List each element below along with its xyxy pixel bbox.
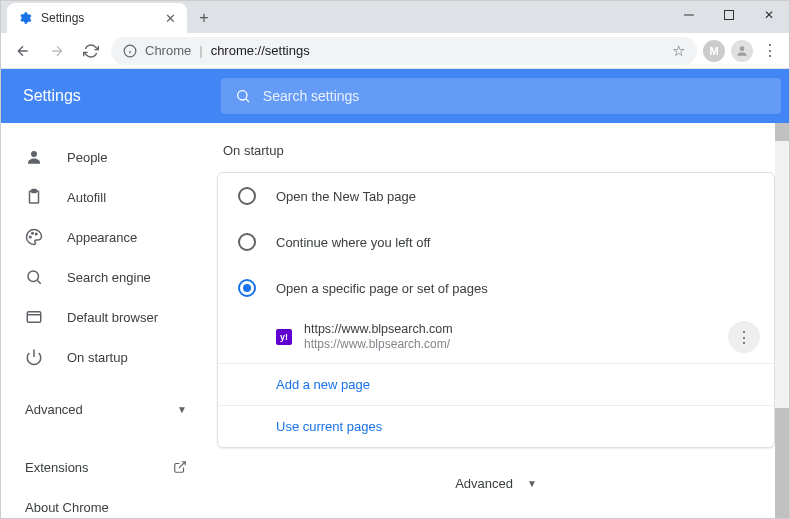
sidebar-item-label: Extensions	[25, 460, 89, 475]
bookmark-icon[interactable]: ☆	[672, 42, 685, 60]
search-settings-box[interactable]	[221, 78, 781, 114]
sidebar-item-label: Search engine	[67, 270, 151, 285]
svg-point-12	[32, 233, 34, 235]
svg-point-6	[237, 91, 246, 100]
sidebar-item-label: About Chrome	[25, 500, 109, 515]
svg-line-15	[37, 280, 40, 283]
search-icon	[25, 268, 45, 286]
radio-label: Open the New Tab page	[276, 189, 416, 204]
power-icon	[25, 348, 45, 366]
site-favicon: y!	[276, 329, 292, 345]
svg-rect-1	[725, 11, 734, 20]
chevron-down-icon: ▼	[177, 404, 187, 415]
section-title: On startup	[217, 143, 775, 158]
address-bar[interactable]: Chrome | chrome://settings ☆	[111, 37, 697, 65]
url-scheme: Chrome	[145, 43, 191, 58]
palette-icon	[25, 228, 45, 246]
sidebar-item-advanced[interactable]: Advanced ▼	[1, 389, 205, 429]
clipboard-icon	[25, 188, 45, 206]
svg-point-13	[36, 233, 38, 235]
sidebar-item-label: Default browser	[67, 310, 158, 325]
radio-label: Continue where you left off	[276, 235, 430, 250]
svg-rect-10	[32, 190, 37, 193]
svg-line-7	[246, 99, 249, 102]
browser-tab[interactable]: Settings ✕	[7, 3, 187, 33]
page-url-text: https://www.blpsearch.com/	[304, 337, 453, 353]
new-tab-button[interactable]: +	[191, 5, 217, 31]
back-button[interactable]	[9, 37, 37, 65]
scrollbar[interactable]	[775, 123, 789, 518]
browser-menu-button[interactable]: ⋮	[759, 41, 781, 60]
gear-icon	[17, 10, 33, 26]
sidebar-item-extensions[interactable]: Extensions	[1, 447, 205, 487]
titlebar: Settings ✕ + ✕	[1, 1, 789, 33]
profile-avatar[interactable]	[731, 40, 753, 62]
sidebar-item-search-engine[interactable]: Search engine	[1, 257, 205, 297]
sidebar-item-label: Advanced	[25, 402, 83, 417]
sidebar-item-appearance[interactable]: Appearance	[1, 217, 205, 257]
person-icon	[25, 148, 45, 166]
reload-button[interactable]	[77, 37, 105, 65]
startup-card: Open the New Tab page Continue where you…	[217, 172, 775, 448]
sidebar-item-label: Autofill	[67, 190, 106, 205]
svg-rect-16	[27, 312, 41, 323]
sidebar-item-label: People	[67, 150, 107, 165]
advanced-label: Advanced	[455, 476, 513, 491]
svg-point-8	[31, 151, 37, 157]
search-icon	[235, 88, 251, 104]
radio-button[interactable]	[238, 279, 256, 297]
sidebar: People Autofill Appearance Search engine…	[1, 123, 213, 518]
startup-page-entry: y! https://www.blpsearch.com https://www…	[218, 311, 774, 363]
maximize-button[interactable]	[709, 1, 749, 29]
sidebar-item-on-startup[interactable]: On startup	[1, 337, 205, 377]
page-title-text: https://www.blpsearch.com	[304, 321, 453, 337]
close-icon[interactable]: ✕	[163, 11, 177, 25]
advanced-toggle[interactable]: Advanced ▼	[217, 476, 775, 511]
use-current-link[interactable]: Use current pages	[218, 405, 774, 447]
browser-toolbar: Chrome | chrome://settings ☆ M ⋮	[1, 33, 789, 69]
add-page-link[interactable]: Add a new page	[218, 363, 774, 405]
external-link-icon	[173, 460, 187, 474]
sidebar-item-autofill[interactable]: Autofill	[1, 177, 205, 217]
browser-icon	[25, 308, 45, 326]
minimize-button[interactable]	[669, 1, 709, 29]
forward-button[interactable]	[43, 37, 71, 65]
svg-point-5	[740, 46, 745, 51]
settings-header: Settings	[1, 69, 789, 123]
sidebar-item-label: On startup	[67, 350, 128, 365]
url-text: chrome://settings	[211, 43, 310, 58]
scrollbar-arrow[interactable]	[775, 123, 789, 141]
sidebar-item-people[interactable]: People	[1, 137, 205, 177]
search-input[interactable]	[263, 88, 767, 104]
svg-point-11	[30, 236, 32, 238]
sidebar-item-default-browser[interactable]: Default browser	[1, 297, 205, 337]
info-icon	[123, 44, 137, 58]
tab-title: Settings	[41, 11, 163, 25]
svg-point-14	[28, 271, 39, 282]
radio-button[interactable]	[238, 187, 256, 205]
page-title: Settings	[23, 87, 81, 105]
radio-label: Open a specific page or set of pages	[276, 281, 488, 296]
radio-specific-page[interactable]: Open a specific page or set of pages	[218, 265, 774, 311]
radio-button[interactable]	[238, 233, 256, 251]
page-more-button[interactable]: ⋮	[728, 321, 760, 353]
radio-continue[interactable]: Continue where you left off	[218, 219, 774, 265]
scrollbar-thumb[interactable]	[775, 408, 789, 518]
sidebar-item-about[interactable]: About Chrome	[1, 487, 205, 518]
sidebar-item-label: Appearance	[67, 230, 137, 245]
extension-avatar[interactable]: M	[703, 40, 725, 62]
close-window-button[interactable]: ✕	[749, 1, 789, 29]
main-content: On startup Open the New Tab page Continu…	[213, 123, 789, 518]
radio-new-tab[interactable]: Open the New Tab page	[218, 173, 774, 219]
chevron-down-icon: ▼	[527, 478, 537, 489]
